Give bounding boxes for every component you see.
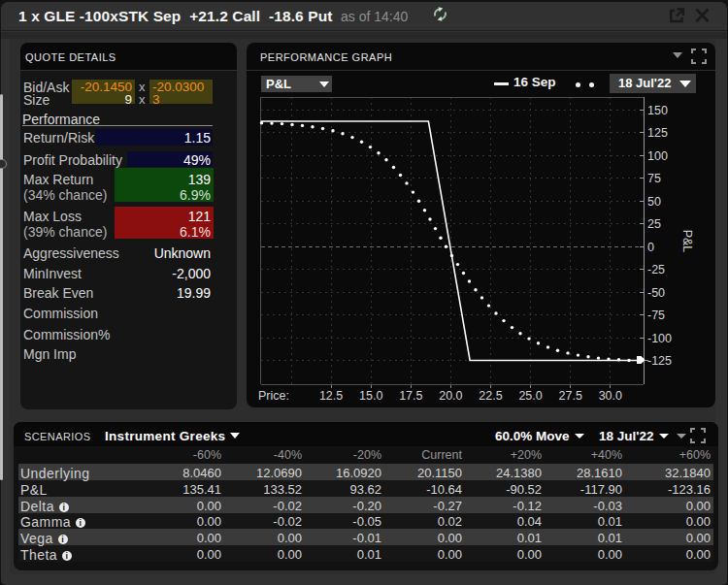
svg-text:150: 150: [647, 104, 668, 117]
svg-text:0: 0: [647, 241, 654, 254]
svg-text:15.0: 15.0: [359, 389, 382, 403]
svg-text:30.0: 30.0: [599, 389, 622, 403]
svg-text:-125: -125: [647, 354, 672, 368]
svg-text:27.5: 27.5: [559, 389, 582, 403]
svg-text:-75: -75: [647, 309, 665, 322]
svg-text:-100: -100: [647, 332, 672, 345]
svg-text:-25: -25: [647, 263, 665, 276]
svg-text:125: 125: [647, 126, 668, 140]
svg-text:75: 75: [647, 172, 661, 185]
svg-text:100: 100: [647, 149, 668, 163]
svg-text:25: 25: [647, 217, 661, 231]
svg-text:25.0: 25.0: [518, 389, 542, 403]
svg-text:12.5: 12.5: [319, 389, 343, 403]
svg-text:50: 50: [647, 195, 661, 209]
svg-text:20.0: 20.0: [439, 389, 462, 403]
svg-text:22.5: 22.5: [479, 389, 502, 403]
svg-text:-50: -50: [647, 286, 665, 300]
svg-text:17.5: 17.5: [399, 389, 422, 403]
svg-text:P&L: P&L: [680, 230, 694, 253]
svg-text:Price:: Price:: [258, 389, 289, 403]
